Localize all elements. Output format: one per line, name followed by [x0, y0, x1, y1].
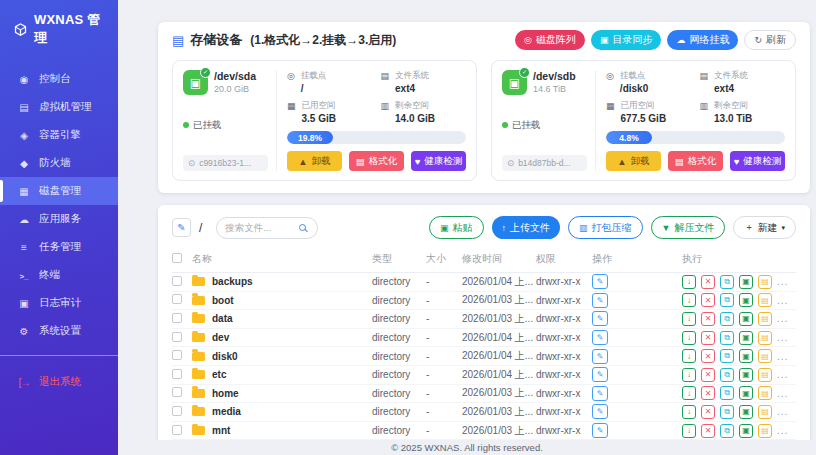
sidebar-item[interactable]: 控制台: [0, 65, 118, 93]
table-row[interactable]: media directory - 2026/01/03 上... drwxr-…: [172, 403, 796, 422]
sidebar-item[interactable]: 虚拟机管理: [0, 93, 118, 121]
delete-icon[interactable]: ✕: [701, 349, 715, 363]
download-icon[interactable]: ↓: [682, 312, 696, 326]
sidebar-item[interactable]: 任务管理: [0, 233, 118, 261]
rename-edit-button[interactable]: ✎: [592, 349, 608, 364]
health-check-button[interactable]: ♥ 健康检测: [411, 151, 466, 171]
more-actions-icon[interactable]: ...: [777, 332, 788, 343]
dir-sync-button[interactable]: ▣ 目录同步: [591, 30, 662, 50]
download-icon[interactable]: ↓: [682, 386, 696, 400]
file-name[interactable]: disk0: [212, 351, 238, 362]
more-actions-icon[interactable]: ...: [777, 388, 788, 399]
unmount-button[interactable]: ▲ 卸载: [606, 151, 661, 171]
delete-icon[interactable]: ✕: [701, 368, 715, 382]
move-icon[interactable]: ▣: [739, 275, 753, 289]
more-actions-icon[interactable]: ...: [777, 425, 788, 436]
file-name[interactable]: etc: [212, 369, 226, 380]
disk-uuid-chip[interactable]: ⊙ c9916b23-1...: [183, 155, 268, 171]
file-name[interactable]: data: [212, 313, 233, 324]
col-name[interactable]: 名称: [192, 252, 372, 266]
rename-edit-button[interactable]: ✎: [592, 274, 608, 289]
sidebar-item[interactable]: 防火墙: [0, 149, 118, 177]
row-checkbox[interactable]: [172, 387, 182, 397]
sidebar-item[interactable]: 容器引擎: [0, 121, 118, 149]
search-icon[interactable]: [299, 224, 306, 231]
col-type[interactable]: 类型: [372, 252, 426, 266]
rename-icon[interactable]: ▤: [758, 368, 772, 382]
upload-button[interactable]: ↑ 上传文件: [492, 216, 561, 239]
download-icon[interactable]: ↓: [682, 424, 696, 438]
table-row[interactable]: etc directory - 2026/01/04 上... drwxr-xr…: [172, 366, 796, 385]
table-row[interactable]: data directory - 2026/01/03 上... drwxr-x…: [172, 310, 796, 329]
move-icon[interactable]: ▣: [739, 368, 753, 382]
delete-icon[interactable]: ✕: [701, 293, 715, 307]
table-row[interactable]: backups directory - 2026/01/04 上... drwx…: [172, 273, 796, 292]
sidebar-item-logout[interactable]: 退出系统: [0, 368, 118, 396]
file-name[interactable]: dev: [212, 332, 229, 343]
table-row[interactable]: home directory - 2026/01/03 上... drwxr-x…: [172, 385, 796, 404]
rename-edit-button[interactable]: ✎: [592, 386, 608, 401]
file-name[interactable]: media: [212, 406, 241, 417]
rename-edit-button[interactable]: ✎: [592, 423, 608, 438]
move-icon[interactable]: ▣: [739, 386, 753, 400]
sidebar-item[interactable]: 日志审计: [0, 289, 118, 317]
row-checkbox[interactable]: [172, 369, 182, 379]
row-checkbox[interactable]: [172, 332, 182, 342]
copy-icon[interactable]: ⧉: [720, 349, 734, 363]
raid-button[interactable]: ◎ 磁盘阵列: [515, 30, 585, 50]
move-icon[interactable]: ▣: [739, 424, 753, 438]
paste-button[interactable]: ▣ 粘贴: [429, 216, 484, 239]
file-name[interactable]: boot: [212, 295, 234, 306]
table-row[interactable]: disk0 directory - 2026/01/04 上... drwxr-…: [172, 347, 796, 366]
col-modified[interactable]: 修改时间: [462, 252, 536, 266]
row-checkbox[interactable]: [172, 276, 182, 286]
move-icon[interactable]: ▣: [739, 349, 753, 363]
rename-icon[interactable]: ▤: [758, 312, 772, 326]
sidebar-item[interactable]: 磁盘管理: [0, 177, 118, 205]
delete-icon[interactable]: ✕: [701, 331, 715, 345]
format-button[interactable]: ▤ 格式化: [349, 151, 404, 171]
rename-edit-button[interactable]: ✎: [592, 404, 608, 419]
copy-icon[interactable]: ⧉: [720, 275, 734, 289]
table-row[interactable]: mnt directory - 2026/01/03 上... drwxr-xr…: [172, 422, 796, 441]
copy-icon[interactable]: ⧉: [720, 368, 734, 382]
download-icon[interactable]: ↓: [682, 275, 696, 289]
file-name[interactable]: mnt: [212, 425, 230, 436]
copy-icon[interactable]: ⧉: [720, 312, 734, 326]
copy-icon[interactable]: ⧉: [720, 405, 734, 419]
rename-icon[interactable]: ▤: [758, 405, 772, 419]
row-checkbox[interactable]: [172, 406, 182, 416]
delete-icon[interactable]: ✕: [701, 275, 715, 289]
delete-icon[interactable]: ✕: [701, 386, 715, 400]
more-actions-icon[interactable]: ...: [777, 351, 788, 362]
sidebar-item[interactable]: 应用服务: [0, 205, 118, 233]
rename-icon[interactable]: ▤: [758, 275, 772, 289]
more-actions-icon[interactable]: ...: [777, 295, 788, 306]
row-checkbox[interactable]: [172, 294, 182, 304]
download-icon[interactable]: ↓: [682, 405, 696, 419]
select-all-checkbox[interactable]: [172, 253, 182, 263]
format-button[interactable]: ▤ 格式化: [668, 151, 723, 171]
rename-icon[interactable]: ▤: [758, 349, 772, 363]
compress-button[interactable]: ▥ 打包压缩: [568, 216, 643, 239]
refresh-button[interactable]: ↻ 刷新: [744, 30, 796, 50]
move-icon[interactable]: ▣: [739, 405, 753, 419]
disk-uuid-chip[interactable]: ⊙ b14d87bb-d...: [502, 155, 587, 171]
copy-icon[interactable]: ⧉: [720, 386, 734, 400]
rename-edit-button[interactable]: ✎: [592, 367, 608, 382]
col-size[interactable]: 大小: [426, 252, 462, 266]
network-mount-button[interactable]: ☁ 网络挂载: [667, 30, 738, 50]
download-icon[interactable]: ↓: [682, 293, 696, 307]
search-input[interactable]: [225, 222, 295, 233]
edit-path-button[interactable]: ✎: [172, 218, 191, 237]
row-checkbox[interactable]: [172, 350, 182, 360]
more-actions-icon[interactable]: ...: [777, 406, 788, 417]
copy-icon[interactable]: ⧉: [720, 424, 734, 438]
move-icon[interactable]: ▣: [739, 312, 753, 326]
health-check-button[interactable]: ♥ 健康检测: [730, 151, 785, 171]
row-checkbox[interactable]: [172, 313, 182, 323]
sidebar-item[interactable]: 系统设置: [0, 317, 118, 345]
more-actions-icon[interactable]: ...: [777, 276, 788, 287]
file-name[interactable]: backups: [212, 276, 253, 287]
copy-icon[interactable]: ⧉: [720, 293, 734, 307]
